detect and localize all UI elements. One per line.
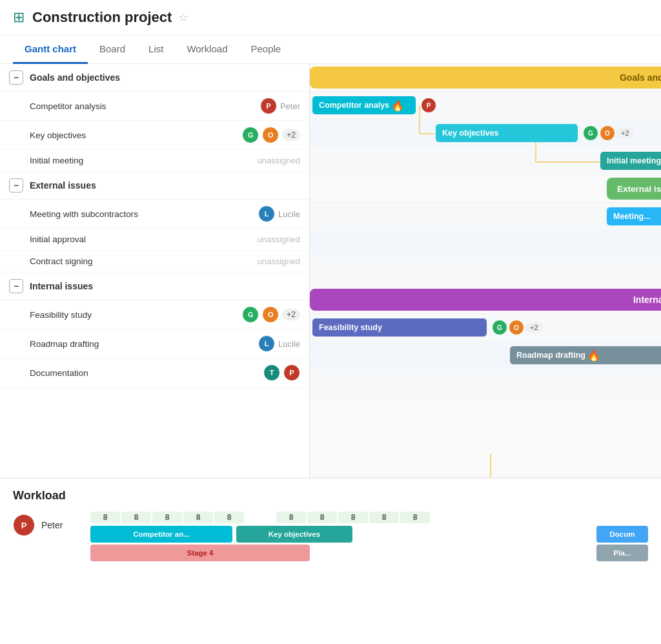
gantt-bar-external[interactable]: External issu... <box>607 178 661 200</box>
avatar-peter: P <box>260 98 277 114</box>
gantt-bar-roadmap[interactable]: Roadmap drafting 🔥 <box>510 346 661 364</box>
task-name-documentation: Documentation <box>30 368 223 378</box>
gantt-avatar-orange-key: O <box>600 125 615 141</box>
gantt-external-label: External issu... <box>617 184 661 194</box>
tab-gantt-chart[interactable]: Gantt chart <box>13 36 88 64</box>
gantt-row-initial-meeting: Initial meeting <box>310 147 661 175</box>
task-initial-approval: Initial approval unassigned <box>0 229 309 251</box>
task-name-key-obj: Key objectives <box>30 130 223 140</box>
gantt-bar-goals[interactable]: Goals and objectives <box>310 67 661 88</box>
gantt-group-goals-row: Goals and objectives <box>310 64 661 92</box>
workload-num-1: 8 <box>90 512 120 523</box>
gantt-avatar-orange-feas: O <box>509 320 524 335</box>
task-name-roadmap: Roadmap drafting <box>30 339 223 349</box>
tab-people[interactable]: People <box>239 36 292 64</box>
gantt-area: Goals and objectives Competitor analys 🔥… <box>310 64 661 477</box>
workload-person-peter: P Peter <box>13 512 90 536</box>
fire-icon-roadmap: 🔥 <box>587 349 600 362</box>
workload-bar-stage4-label: Stage 4 <box>187 549 214 557</box>
collapse-goals-btn[interactable]: − <box>9 70 23 85</box>
workload-bar-key-obj[interactable]: Key objectives <box>236 526 352 543</box>
group-internal-label: Internal issues <box>30 281 93 291</box>
avatar-peter-workload: P <box>13 514 35 536</box>
gantt-bar-internal[interactable]: Internal issues <box>310 289 661 311</box>
gantt-feasibility-label: Feasibility study <box>319 323 382 332</box>
app-title: Construction project <box>32 9 172 26</box>
workload-num-5: 8 <box>214 512 244 523</box>
gantt-bar-initial-meeting[interactable]: Initial meeting <box>600 152 661 170</box>
tab-list[interactable]: List <box>137 36 175 64</box>
app-icon: ⊞ <box>13 9 25 26</box>
gantt-row-feasibility: Feasibility study G O +2 <box>310 314 661 342</box>
group-external: − External issues <box>0 172 309 200</box>
workload-bar-docum[interactable]: Docum <box>596 526 648 543</box>
workload-bar-key-obj-label: Key objectives <box>269 530 321 538</box>
avatar-peter-2: P <box>283 364 300 381</box>
workload-numbers-row: 8 8 8 8 8 _ 8 8 8 8 8 <box>90 512 648 523</box>
assignee-lucile-2: L Lucile <box>223 335 300 352</box>
task-name-meeting-sub: Meeting with subcontractors <box>30 209 223 219</box>
gantt-bar-competitor[interactable]: Competitor analys 🔥 <box>312 96 416 114</box>
group-external-label: External issues <box>30 180 96 191</box>
workload-bar-competitor[interactable]: Competitor an... <box>90 526 232 543</box>
workload-num-7: 8 <box>276 512 306 523</box>
workload-num-4: 8 <box>183 512 213 523</box>
gantt-row-meeting-sub: Meeting... L <box>310 203 661 231</box>
avatar-orange-1: O <box>262 127 279 143</box>
gantt-avatar-green-key: G <box>583 125 598 141</box>
tab-board[interactable]: Board <box>88 36 137 64</box>
gantt-plus-key-obj: +2 <box>616 128 634 138</box>
assignee-unassigned-2: unassigned <box>223 234 300 244</box>
gantt-bar-key-obj[interactable]: Key objectives <box>436 124 578 142</box>
assignee-documentation: T P <box>223 364 300 381</box>
collapse-external-btn[interactable]: − <box>9 178 23 192</box>
task-name-feasibility: Feasibility study <box>30 310 223 320</box>
workload-num-2: 8 <box>121 512 151 523</box>
workload-title: Workload <box>13 489 648 503</box>
group-goals-label: Goals and objectives <box>30 72 120 83</box>
gantt-meeting-sub-label: Meeting... <box>613 212 651 221</box>
avatar-lucile-1: L <box>258 205 275 222</box>
gantt-group-external-row: External issu... <box>310 175 661 203</box>
workload-num-11: 8 <box>400 512 430 523</box>
workload-num-9: 8 <box>338 512 368 523</box>
gantt-bar-feasibility[interactable]: Feasibility study <box>312 318 487 337</box>
workload-row-peter: P Peter 8 8 8 8 8 _ 8 8 8 8 8 Competitor… <box>13 512 648 563</box>
task-contract-signing: Contract signing unassigned <box>0 251 309 273</box>
collapse-internal-btn[interactable]: − <box>9 279 23 293</box>
assignee-peter: P Peter <box>223 98 300 114</box>
workload-bars-peter: 8 8 8 8 8 _ 8 8 8 8 8 Competitor an... K… <box>90 512 648 563</box>
gantt-row-roadmap: Roadmap drafting 🔥 L <box>310 342 661 369</box>
star-icon[interactable]: ☆ <box>178 10 188 25</box>
gantt-internal-label: Internal issues <box>633 295 661 305</box>
gantt-goals-label: Goals and objectives <box>620 72 661 83</box>
workload-task-bars-row2: Stage 4 Pla... <box>90 545 648 561</box>
plus-badge-feasibility: +2 <box>282 309 300 320</box>
group-internal: − Internal issues <box>0 273 309 300</box>
workload-bar-stage4[interactable]: Stage 4 <box>90 545 310 561</box>
gantt-row-contract: Contract... <box>310 258 661 286</box>
app-header: ⊞ Construction project ☆ <box>0 0 661 36</box>
workload-bar-docum-label: Docum <box>610 530 635 538</box>
gantt-avatar-peter: P <box>421 98 436 113</box>
gantt-key-obj-label: Key objectives <box>442 129 499 138</box>
gantt-row-competitor: Competitor analys 🔥 P <box>310 92 661 119</box>
task-name-initial-approval: Initial approval <box>30 234 223 244</box>
gantt-scroll[interactable]: Goals and objectives Competitor analys 🔥… <box>310 64 661 477</box>
nav-tabs: Gantt chart Board List Workload People <box>0 36 661 64</box>
avatar-lucile-2: L <box>258 335 275 352</box>
tab-workload[interactable]: Workload <box>175 36 239 64</box>
assignee-feasibility: G O +2 <box>223 306 300 323</box>
workload-bar-competitor-label: Competitor an... <box>133 530 190 538</box>
assignee-unassigned-1: unassigned <box>223 156 300 165</box>
gantt-bar-meeting-sub[interactable]: Meeting... <box>607 207 661 225</box>
workload-num-3: 8 <box>152 512 182 523</box>
workload-section: Workload P Peter 8 8 8 8 8 _ 8 8 8 8 8 <box>0 477 661 563</box>
workload-peter-name: Peter <box>41 520 63 530</box>
gantt-row-initial-approval: Initial approval 🔥 <box>310 231 661 258</box>
task-name-contract: Contract signing <box>30 256 223 266</box>
workload-bar-pla[interactable]: Pla... <box>596 545 648 561</box>
gantt-group-internal-row: Internal issues <box>310 286 661 314</box>
task-meeting-subcontractors: Meeting with subcontractors L Lucile <box>0 200 309 229</box>
avatar-green-2: G <box>242 306 259 323</box>
